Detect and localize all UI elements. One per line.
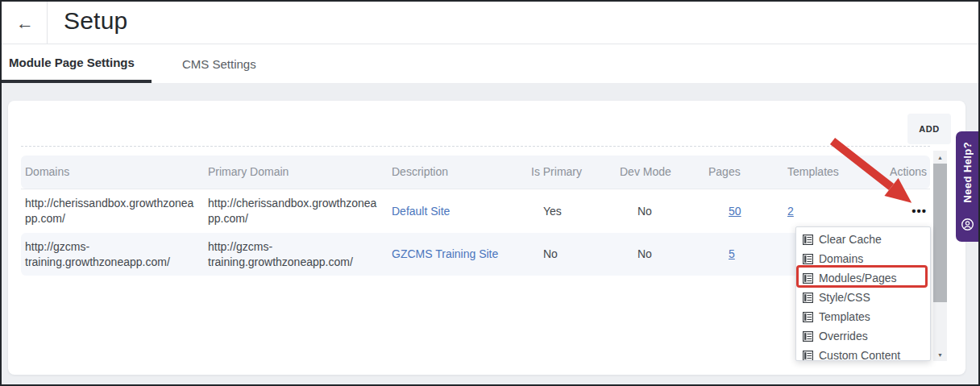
column-header-description: Description [388, 164, 527, 180]
page-header: ← Setup [2, 2, 978, 44]
list-icon [803, 273, 813, 284]
menu-item-label: Templates [819, 310, 870, 323]
table-header-row: Domains Primary Domain Description Is Pr… [21, 156, 930, 189]
tab-label: CMS Settings [182, 57, 256, 71]
scroll-up-icon: ▲ [937, 155, 943, 160]
scrollbar-up-button[interactable]: ▲ [933, 151, 947, 164]
tab-cms-settings[interactable]: CMS Settings [163, 44, 276, 83]
menu-item-style-css[interactable]: Style/CSS [796, 288, 930, 307]
column-header-is-primary: Is Primary [527, 164, 616, 180]
pages-link[interactable]: 5 [729, 247, 735, 260]
list-icon [803, 254, 813, 264]
menu-item-label: Modules/Pages [819, 272, 897, 284]
list-icon [803, 235, 813, 245]
page-title: Setup [64, 7, 127, 35]
arrow-left-icon: ← [16, 13, 34, 34]
menu-item-label: Overrides [819, 330, 868, 342]
row-actions-ellipsis-icon[interactable]: ••• [911, 207, 927, 215]
description-link[interactable]: GZCMS Training Site [392, 247, 498, 260]
menu-item-overrides[interactable]: Overrides [796, 326, 930, 346]
need-help-label: Need Help? [961, 142, 974, 203]
add-button[interactable]: ADD [907, 114, 951, 144]
table-top-separator [21, 146, 930, 147]
column-header-actions: Actions [878, 164, 930, 180]
scrollbar-down-button[interactable]: ▼ [933, 348, 947, 361]
scrollbar-thumb[interactable] [933, 164, 947, 302]
scroll-down-icon: ▼ [937, 352, 943, 358]
cell-is-primary: Yes [527, 204, 616, 219]
cell-is-primary: No [527, 247, 616, 262]
cell-dev-mode: No [616, 204, 704, 219]
actions-dropdown-menu: Clear Cache Domains Modules/Pages Style/… [795, 226, 931, 361]
cell-primary-domain: http://cherissandbox.growthzoneapp.com/ [204, 196, 388, 226]
menu-item-custom-content[interactable]: Custom Content [796, 346, 930, 361]
tab-module-page-settings[interactable]: Module Page Settings [2, 44, 152, 83]
menu-item-modules-pages[interactable]: Modules/Pages [796, 268, 930, 288]
templates-link[interactable]: 2 [787, 205, 794, 218]
menu-item-domains[interactable]: Domains [796, 249, 930, 268]
tab-label: Module Page Settings [9, 56, 135, 69]
column-header-templates: Templates [783, 164, 878, 180]
column-header-primary-domain: Primary Domain [204, 164, 388, 180]
list-icon [803, 312, 813, 322]
cell-primary-domain: http://gzcms-training.growthzoneapp.com/ [204, 239, 388, 270]
cell-dev-mode: No [616, 247, 704, 262]
description-link[interactable]: Default Site [392, 205, 450, 218]
list-icon [803, 351, 813, 361]
header-divider [47, 2, 48, 44]
list-icon [803, 293, 813, 303]
need-help-tab[interactable]: Need Help? [956, 131, 978, 242]
column-header-domains: Domains [21, 164, 204, 180]
menu-item-label: Custom Content [819, 349, 900, 361]
back-button[interactable]: ← [10, 8, 40, 39]
support-agent-icon [961, 218, 974, 235]
table-row: http://gzcms-training.growthzoneapp.com/… [21, 233, 930, 276]
setup-page: ← Setup Module Page Settings CMS Setting… [0, 0, 980, 386]
cell-domains: http://gzcms-training.growthzoneapp.com/ [21, 239, 204, 270]
cell-domains: http://cherissandbox.growthzoneapp.com/ [21, 196, 204, 226]
menu-item-templates[interactable]: Templates [796, 307, 930, 326]
table-row: http://cherissandbox.growthzoneapp.com/ … [21, 189, 930, 233]
list-icon [803, 331, 813, 342]
menu-item-label: Style/CSS [819, 291, 870, 304]
vertical-scrollbar[interactable]: ▲ ▼ [933, 151, 947, 361]
menu-item-label: Clear Cache [819, 233, 882, 246]
menu-item-label: Domains [819, 252, 863, 265]
column-header-pages: Pages [704, 164, 783, 180]
pages-link[interactable]: 50 [729, 205, 741, 218]
tab-bar: Module Page Settings CMS Settings [2, 44, 978, 83]
menu-item-clear-cache[interactable]: Clear Cache [796, 230, 930, 249]
column-header-dev-mode: Dev Mode [616, 164, 704, 180]
